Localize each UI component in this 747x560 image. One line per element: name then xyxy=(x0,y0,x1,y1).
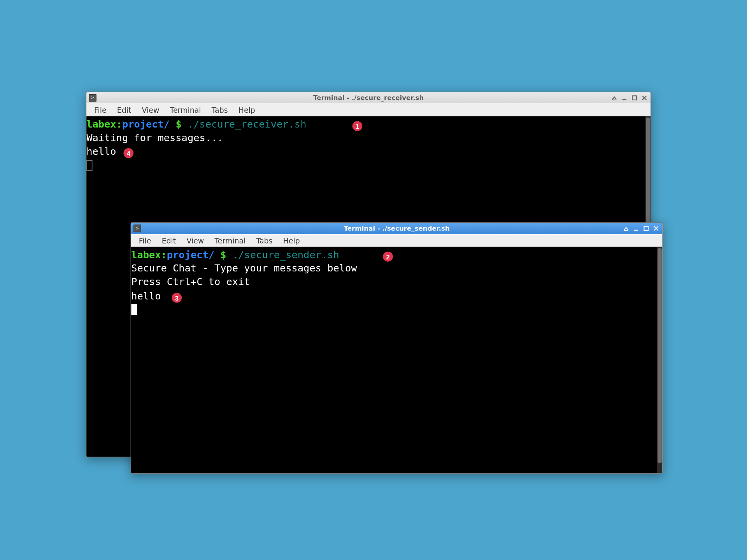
menu-file[interactable]: File xyxy=(89,104,112,116)
menu-help[interactable]: Help xyxy=(278,235,305,246)
output-line: Waiting for messages... xyxy=(86,132,223,144)
menu-file[interactable]: File xyxy=(133,235,156,246)
menu-tabs[interactable]: Tabs xyxy=(206,104,233,116)
close-button[interactable] xyxy=(652,224,660,233)
cursor-icon xyxy=(86,159,92,171)
command-text: ./secure_receiver.sh xyxy=(188,118,307,130)
menu-help[interactable]: Help xyxy=(233,104,260,116)
scroll-thumb[interactable] xyxy=(658,248,662,463)
terminal-output[interactable]: labex:project/ $ ./secure_sender.sh Secu… xyxy=(131,247,657,473)
shade-button[interactable] xyxy=(622,224,630,233)
shade-button[interactable] xyxy=(610,94,618,102)
menu-view[interactable]: View xyxy=(181,235,209,246)
menubar: File Edit View Terminal Tabs Help xyxy=(86,103,651,116)
prompt-sep: : xyxy=(161,248,167,260)
output-line: hello xyxy=(131,290,161,301)
titlebar[interactable]: Terminal - ./secure_sender.sh xyxy=(131,223,662,234)
annotation-badge-2: 2 xyxy=(383,252,393,262)
maximize-button[interactable] xyxy=(630,94,638,102)
svg-rect-0 xyxy=(632,96,636,100)
scrollbar[interactable] xyxy=(657,247,663,473)
window-title: Terminal - ./secure_sender.sh xyxy=(131,225,662,233)
maximize-button[interactable] xyxy=(642,224,650,233)
window-title: Terminal - ./secure_receiver.sh xyxy=(86,94,651,102)
menu-tabs[interactable]: Tabs xyxy=(251,235,278,246)
prompt-user: labex xyxy=(131,248,161,260)
annotation-badge-1: 1 xyxy=(352,121,363,131)
prompt-symbol: $ xyxy=(214,248,232,260)
terminal-app-icon xyxy=(133,225,141,233)
menu-edit[interactable]: Edit xyxy=(112,104,137,116)
terminal-app-icon xyxy=(89,94,96,102)
svg-rect-1 xyxy=(644,226,648,231)
annotation-badge-4: 4 xyxy=(123,148,133,158)
minimize-button[interactable] xyxy=(632,224,640,233)
window-controls xyxy=(622,224,660,233)
terminal-area[interactable]: labex:project/ $ ./secure_sender.sh Secu… xyxy=(131,247,662,473)
cursor-icon xyxy=(131,304,137,315)
prompt-path: project/ xyxy=(167,248,214,260)
prompt-symbol: $ xyxy=(170,118,188,130)
close-button[interactable] xyxy=(640,94,648,102)
minimize-button[interactable] xyxy=(620,94,628,102)
titlebar[interactable]: Terminal - ./secure_receiver.sh xyxy=(86,92,651,103)
menu-view[interactable]: View xyxy=(137,104,165,116)
output-line: Secure Chat - Type your messages below xyxy=(131,262,357,274)
prompt-sep: : xyxy=(116,118,122,130)
output-line: hello xyxy=(86,145,116,157)
menu-edit[interactable]: Edit xyxy=(156,235,181,246)
command-text: ./secure_sender.sh xyxy=(232,248,339,260)
annotation-badge-3: 3 xyxy=(172,293,182,303)
prompt-user: labex xyxy=(86,118,116,130)
menu-terminal[interactable]: Terminal xyxy=(209,235,251,246)
menubar: File Edit View Terminal Tabs Help xyxy=(131,234,662,247)
terminal-window-sender[interactable]: Terminal - ./secure_sender.sh File Edit … xyxy=(131,222,663,474)
menu-terminal[interactable]: Terminal xyxy=(165,104,206,116)
output-line: Press Ctrl+C to exit xyxy=(131,276,250,288)
prompt-path: project/ xyxy=(122,118,170,130)
window-controls xyxy=(610,94,648,102)
